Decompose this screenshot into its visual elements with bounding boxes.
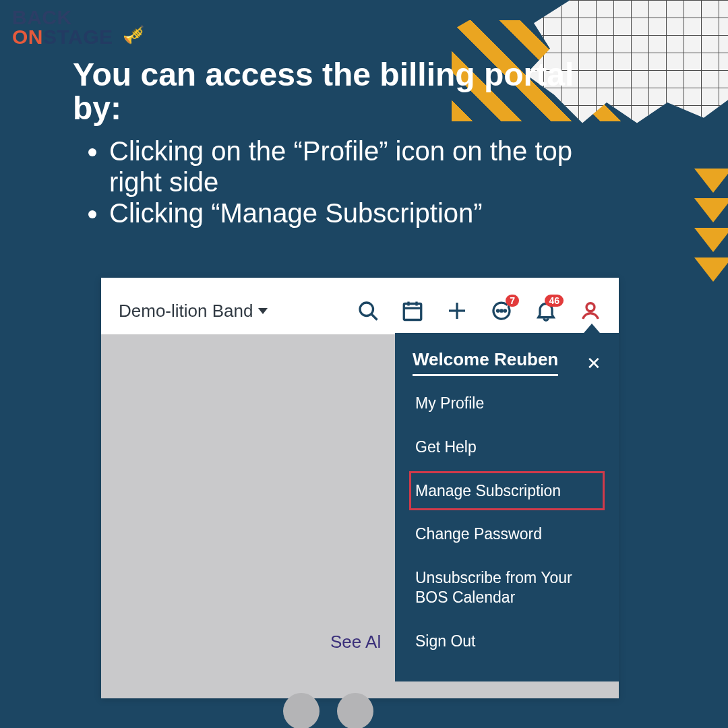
- bell-icon[interactable]: 46: [533, 297, 559, 324]
- avatar-placeholder: [283, 693, 320, 728]
- menu-item-sign-out[interactable]: Sign Out: [413, 619, 601, 663]
- arrow-down-icon: [694, 169, 728, 193]
- chat-badge: 7: [506, 295, 519, 307]
- instruction-item: Clicking “Manage Subscription”: [109, 198, 600, 229]
- chevron-down-icon: [258, 308, 268, 314]
- band-selector[interactable]: Demo-lition Band: [119, 301, 268, 322]
- decor-arrow-column: [694, 169, 728, 282]
- menu-item-get-help[interactable]: Get Help: [413, 425, 601, 469]
- top-bar: Demo-lition Band 7 46: [101, 287, 619, 334]
- logo-on: ON: [12, 26, 43, 48]
- instruction-block: You can access the billing portal by: Cl…: [73, 58, 600, 229]
- arrow-down-icon: [694, 228, 728, 252]
- see-all-link[interactable]: See Al: [330, 632, 381, 653]
- arrow-down-icon: [694, 198, 728, 222]
- calendar-icon[interactable]: [399, 297, 426, 324]
- svg-point-8: [497, 310, 499, 311]
- menu-item-change-password[interactable]: Change Password: [413, 512, 601, 556]
- instruction-list: Clicking on the “Profile” icon on the to…: [73, 135, 600, 229]
- instruction-item: Clicking on the “Profile” icon on the to…: [109, 135, 600, 198]
- profile-dropdown: Welcome Reuben ✕ My Profile Get Help Man…: [395, 333, 619, 681]
- band-name: Demo-lition Band: [119, 301, 253, 322]
- svg-point-10: [504, 310, 506, 311]
- add-icon[interactable]: [444, 297, 471, 324]
- search-icon[interactable]: [355, 297, 382, 324]
- brand-logo: BACK ONSTAGE 🎺: [12, 8, 145, 47]
- instruction-heading: You can access the billing portal by:: [73, 58, 600, 126]
- svg-line-1: [371, 314, 377, 320]
- menu-welcome: Welcome Reuben: [413, 349, 558, 376]
- svg-point-0: [360, 303, 373, 316]
- svg-point-11: [586, 303, 595, 311]
- avatar-placeholder: [337, 693, 373, 728]
- trumpet-icon: 🎺: [123, 26, 145, 43]
- content-area: See Al Welcome Reuben ✕ My Profile Get H…: [101, 334, 619, 698]
- bell-badge: 46: [545, 295, 564, 307]
- menu-item-unsubscribe-calendar[interactable]: Unsubscribe from Your BOS Calendar: [413, 556, 601, 619]
- close-icon[interactable]: ✕: [586, 353, 601, 374]
- app-screenshot: Demo-lition Band 7 46 See Al: [101, 278, 619, 698]
- profile-icon[interactable]: [577, 297, 604, 324]
- svg-point-9: [501, 310, 502, 311]
- svg-rect-2: [404, 304, 421, 320]
- avatar-row: [283, 662, 373, 698]
- chat-icon[interactable]: 7: [488, 297, 515, 324]
- arrow-down-icon: [694, 257, 728, 282]
- logo-stage: STAGE: [43, 26, 113, 48]
- menu-item-my-profile[interactable]: My Profile: [413, 382, 601, 425]
- menu-item-manage-subscription[interactable]: Manage Subscription: [410, 472, 604, 510]
